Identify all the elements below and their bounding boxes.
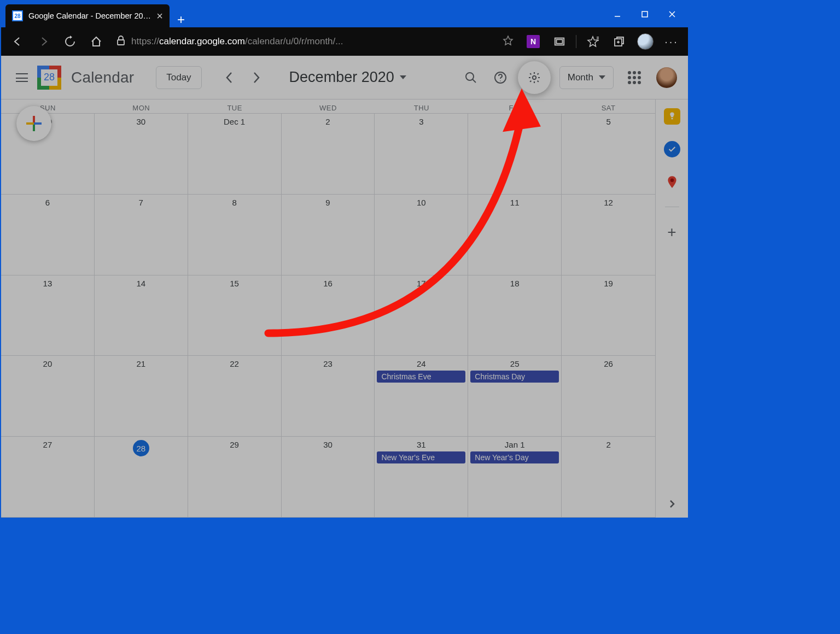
close-window-icon[interactable]	[658, 1, 686, 27]
day-cell[interactable]: 16	[282, 275, 375, 356]
maximize-icon[interactable]	[631, 1, 658, 27]
day-cell[interactable]: 14	[95, 275, 188, 356]
google-apps-button[interactable]	[622, 66, 646, 90]
favorites-icon[interactable]	[581, 31, 605, 52]
add-addon-button[interactable]: +	[667, 224, 676, 241]
tab-title: Google Calendar - December 20…	[28, 11, 151, 20]
calendar-event[interactable]: New Year's Eve	[377, 451, 465, 463]
date-label: Dec 1	[188, 117, 281, 126]
day-of-week-label: TUE	[188, 99, 282, 113]
calendar-event[interactable]: New Year's Day	[470, 451, 559, 463]
tab-close-icon[interactable]: ×	[156, 10, 163, 21]
day-cell[interactable]: 2	[282, 114, 375, 194]
favorite-star-icon[interactable]	[503, 35, 514, 49]
today-date-label: 28	[133, 440, 149, 456]
address-bar[interactable]: https://calendar.google.com/calendar/u/0…	[110, 35, 519, 49]
day-cell[interactable]: 24Christmas Eve	[375, 356, 468, 436]
maps-icon[interactable]	[664, 174, 680, 190]
reading-view-icon[interactable]	[547, 31, 571, 52]
day-of-week-label: WED	[282, 99, 375, 113]
day-cell[interactable]: 29	[188, 437, 282, 517]
collections-icon[interactable]	[607, 31, 631, 52]
app-header: 28 Calendar Today December 2020 Month	[1, 56, 688, 99]
search-button[interactable]	[459, 66, 483, 90]
onenote-extension-icon[interactable]: N	[521, 31, 545, 52]
refresh-icon[interactable]	[58, 31, 82, 52]
help-button[interactable]	[488, 66, 512, 90]
day-cell[interactable]: 2	[562, 437, 655, 517]
date-label: 4	[468, 117, 561, 126]
day-cell[interactable]: 23	[282, 356, 375, 436]
day-cell[interactable]: 9	[282, 195, 375, 275]
create-event-fab[interactable]	[16, 106, 51, 141]
apps-grid-icon	[628, 71, 641, 84]
date-label: 5	[562, 117, 655, 126]
day-cell[interactable]: 3	[375, 114, 468, 194]
day-cell[interactable]: 4	[468, 114, 562, 194]
date-label: 27	[1, 440, 94, 449]
day-cell[interactable]: 19	[562, 275, 655, 356]
side-panel-toggle[interactable]	[667, 499, 677, 511]
keep-icon[interactable]	[664, 108, 680, 125]
home-icon[interactable]	[84, 31, 108, 52]
date-label: 13	[1, 279, 94, 288]
day-cell[interactable]: 28	[95, 437, 188, 517]
prev-month-button[interactable]	[218, 67, 240, 89]
day-cell[interactable]: 15	[188, 275, 282, 356]
date-label: 26	[562, 359, 655, 368]
settings-button[interactable]	[518, 61, 551, 94]
calendar-event[interactable]: Christmas Eve	[377, 371, 465, 383]
day-cell[interactable]: 30	[95, 114, 188, 194]
day-cell[interactable]: 21	[95, 356, 188, 436]
day-cell[interactable]: 18	[468, 275, 562, 356]
day-cell[interactable]: 6	[1, 195, 95, 275]
day-cell[interactable]: 26	[562, 356, 655, 436]
browser-tab[interactable]: 28 Google Calendar - December 20… ×	[5, 4, 170, 27]
date-label: Jan 1	[468, 440, 561, 449]
day-cell[interactable]: 8	[188, 195, 282, 275]
month-picker[interactable]: December 2020	[289, 69, 406, 86]
url-text: https://calendar.google.com/calendar/u/0…	[131, 36, 343, 47]
day-cell[interactable]: 13	[1, 275, 95, 356]
day-cell[interactable]: 30	[282, 437, 375, 517]
day-of-week-header: SUNMONTUEWEDTHUFRISAT	[1, 99, 655, 114]
back-icon[interactable]	[5, 31, 30, 52]
day-cell[interactable]: 20	[1, 356, 95, 436]
main-menu-button[interactable]	[12, 68, 32, 87]
forward-icon[interactable]	[32, 31, 56, 52]
browser-profile-icon[interactable]	[633, 31, 657, 52]
day-cell[interactable]: 12	[562, 195, 655, 275]
day-cell[interactable]: 11	[468, 195, 562, 275]
calendar-event[interactable]: Christmas Day	[470, 371, 559, 383]
svg-rect-4	[118, 40, 124, 45]
day-cell[interactable]: 27	[1, 437, 95, 517]
day-cell[interactable]: 31New Year's Eve	[375, 437, 468, 517]
date-label: 2	[282, 117, 375, 126]
today-button[interactable]: Today	[156, 66, 201, 89]
week-row: 2021222324Christmas Eve25Christmas Day26	[1, 356, 655, 437]
chevron-down-icon	[599, 75, 605, 79]
date-label: 6	[1, 198, 94, 207]
side-panel: +	[655, 99, 688, 518]
day-cell[interactable]: 5	[562, 114, 655, 194]
svg-rect-6	[557, 39, 563, 43]
day-cell[interactable]: Jan 1New Year's Day	[468, 437, 562, 517]
view-selector[interactable]: Month	[559, 66, 614, 89]
week-row: 13141516171819	[1, 275, 655, 356]
day-cell[interactable]: 17	[375, 275, 468, 356]
more-menu-icon[interactable]: ···	[660, 31, 684, 52]
day-cell[interactable]: 7	[95, 195, 188, 275]
new-tab-button[interactable]: +	[170, 12, 192, 27]
plus-icon	[26, 116, 42, 131]
tasks-icon[interactable]	[664, 141, 680, 157]
minimize-icon[interactable]	[604, 1, 631, 27]
account-avatar[interactable]	[656, 67, 677, 88]
next-month-button[interactable]	[246, 67, 267, 89]
day-of-week-label: THU	[375, 99, 468, 113]
weeks-grid: 2930Dec 12345678910111213141516171819202…	[1, 114, 655, 518]
day-cell[interactable]: 25Christmas Day	[468, 356, 562, 436]
day-cell[interactable]: Dec 1	[188, 114, 282, 194]
day-cell[interactable]: 22	[188, 356, 282, 436]
day-cell[interactable]: 10	[375, 195, 468, 275]
week-row: 2930Dec 12345	[1, 114, 655, 195]
